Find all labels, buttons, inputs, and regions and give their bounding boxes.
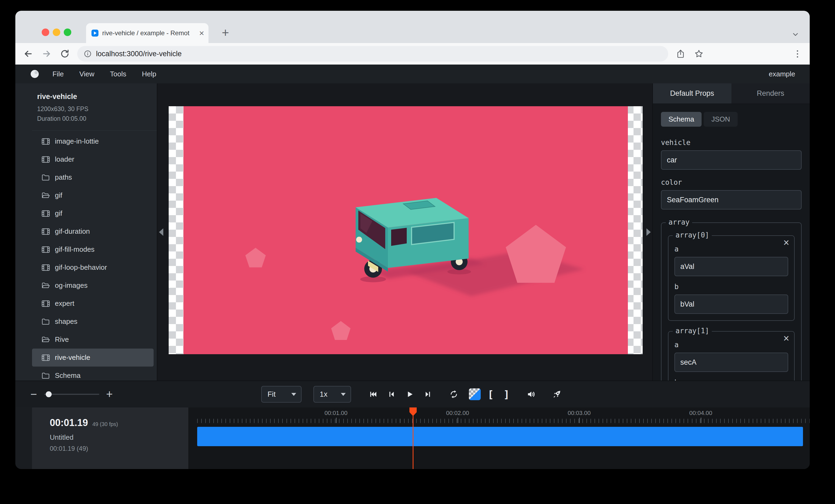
sidebar-item-label: gif [55,191,62,200]
reload-icon[interactable] [59,48,71,60]
collapse-right-panel-icon[interactable] [647,228,651,236]
film-icon [41,227,50,236]
sidebar-item-gif-duration[interactable]: gif-duration [32,223,154,240]
speaker-icon [527,390,535,399]
sidebar-item-gif[interactable]: gif [32,204,154,223]
folder-open-icon [41,191,50,200]
play-icon [405,390,414,399]
previous-frame-button[interactable] [384,387,399,401]
sidebar-item-gif-fill-modes[interactable]: gif-fill-modes [32,240,154,258]
sidebar-item-gif-folder[interactable]: gif [32,186,154,204]
timeline-ruler[interactable] [197,419,810,423]
transparency-background-toggle-icon[interactable] [469,388,481,400]
timeline-track-area[interactable]: 00:01.00 00:02.00 00:03.00 00:04.00 [188,407,810,469]
maximize-window-button[interactable] [64,28,71,36]
close-window-button[interactable] [42,28,49,36]
out-point-button[interactable]: ] [501,388,512,400]
array-1-a-input[interactable]: secA [674,353,788,372]
tab-default-props[interactable]: Default Props [653,83,731,104]
folder-icon [41,371,50,380]
sidebar-item-label: shapes [55,317,78,326]
in-point-button[interactable]: [ [485,388,496,400]
sidebar-item-shapes[interactable]: shapes [32,313,154,331]
film-icon [41,245,50,254]
track-timecode: 00:01.19 (49) [50,445,188,453]
sidebar-item-loader[interactable]: loader [32,150,154,168]
tab-search-chevron-icon[interactable] [791,30,799,39]
sidebar-item-label: gif [55,209,62,217]
zoom-in-button[interactable]: + [106,388,113,400]
field-label-vehicle: vehicle [661,139,802,147]
tab-renders[interactable]: Renders [731,83,810,104]
browser-menu-icon[interactable] [792,50,803,58]
zoom-slider[interactable] [44,394,99,395]
site-info-icon[interactable] [84,50,92,58]
array-0-b-input[interactable]: bVal [674,294,788,314]
remove-array-item-icon[interactable]: × [783,237,789,248]
ruler-label: 00:01.00 [324,410,348,417]
timeline-track-bar[interactable] [197,427,803,446]
mode-json[interactable]: JSON [704,112,737,127]
skip-to-start-button[interactable] [366,387,380,401]
mute-button[interactable] [524,387,538,401]
current-frame-info: 49 (30 fps) [92,421,118,427]
film-icon [41,263,50,272]
array-0-a-input[interactable]: aVal [674,257,788,276]
zoom-slider-knob[interactable] [46,391,52,397]
playhead[interactable] [413,407,413,469]
composition-dimensions: 1200x630, 30 FPS [37,104,151,114]
remove-array-item-icon[interactable]: × [783,333,789,343]
fit-dropdown[interactable]: Fit [261,386,302,403]
sidebar-item-paths[interactable]: paths [32,168,154,186]
loop-toggle-button[interactable] [447,387,461,401]
browser-tab[interactable]: rive-vehicle / example - Remot × [86,23,208,43]
tab-close-icon[interactable]: × [199,29,204,37]
forward-icon[interactable] [41,48,53,60]
sidebar-item-rive[interactable]: Rive [32,331,154,349]
sidebar-item-gif-loop-behavior[interactable]: gif-loop-behavior [32,258,154,276]
menu-tools[interactable]: Tools [104,68,133,80]
next-frame-button[interactable] [421,387,435,401]
previous-frame-icon [387,390,396,399]
menu-file[interactable]: File [46,68,70,80]
project-name: example [769,70,795,78]
share-icon[interactable] [675,48,687,60]
bookmark-star-icon[interactable] [693,48,705,60]
mode-schema[interactable]: Schema [661,112,701,127]
playhead-handle[interactable] [409,407,417,416]
sidebar-item-expert[interactable]: expert [32,294,154,313]
schema-json-toggle: Schema JSON [661,112,802,127]
zoom-out-button[interactable]: − [30,388,37,400]
window-controls [42,28,71,36]
array-group-label: array [666,218,692,226]
sidebar-item-label: gif-loop-behavior [55,263,107,272]
url-text: localhost:3000/rive-vehicle [96,50,182,58]
sidebar-item-image-in-lottie[interactable]: image-in-lottie [32,132,154,150]
track-name: Untitled [50,433,188,442]
minimize-window-button[interactable] [53,28,60,36]
menu-help[interactable]: Help [136,68,162,80]
loop-icon [449,390,458,399]
back-icon[interactable] [22,48,34,60]
playback-speed-dropdown[interactable]: 1x [313,386,351,403]
render-button[interactable] [550,387,564,401]
color-input[interactable]: SeaFoamGreen [661,190,802,210]
folder-open-icon [41,335,50,344]
ruler-label: 00:03.00 [568,410,591,417]
film-icon [41,137,50,146]
current-timecode: 00:01.19 [50,417,88,428]
sidebar-item-label: rive-vehicle [55,353,90,362]
fit-dropdown-value: Fit [268,390,276,399]
playback-toolbar: − + Fit 1x [15,381,810,407]
vehicle-input[interactable]: car [661,150,802,170]
menu-view[interactable]: View [74,68,100,80]
play-button[interactable] [403,387,417,401]
collapse-left-panel-icon[interactable] [159,228,163,236]
sidebar-item-og-images[interactable]: og-images [32,276,154,294]
app-logo-icon[interactable] [30,69,40,79]
sidebar-item-rive-vehicle[interactable]: rive-vehicle [32,349,154,366]
url-bar[interactable]: localhost:3000/rive-vehicle [77,46,668,62]
chevron-down-icon [341,393,346,396]
film-icon [41,353,50,362]
new-tab-button[interactable]: + [218,25,233,40]
